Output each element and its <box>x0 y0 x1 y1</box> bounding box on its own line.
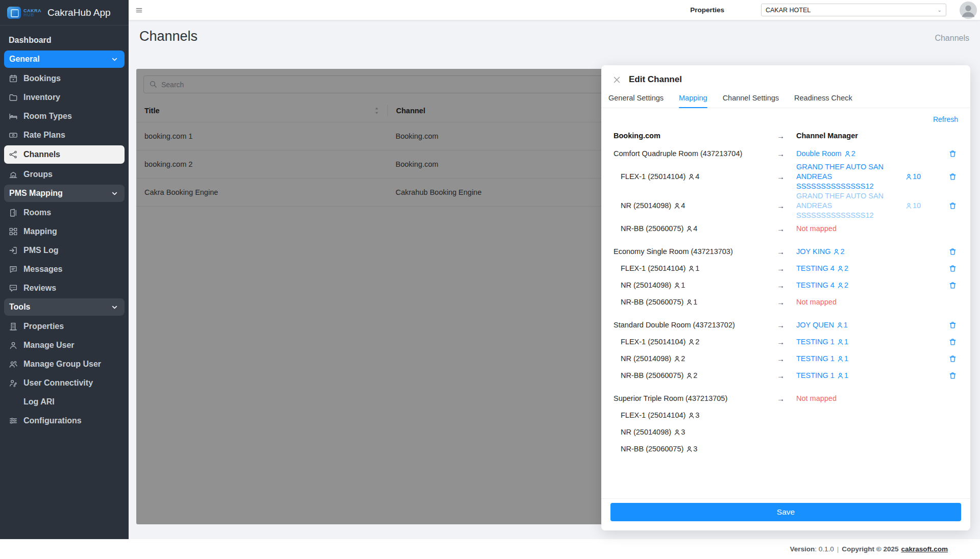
sidebar-item-manage-group-user[interactable]: Manage Group User <box>0 354 129 373</box>
trash-icon[interactable] <box>948 281 957 290</box>
mapping-grid-icon <box>9 227 18 236</box>
mapping-row: Superior Triple Room (437213705) → Not m… <box>614 390 958 407</box>
cakrasoft-link[interactable]: cakrasoft.com <box>901 545 948 553</box>
person-icon <box>837 355 844 362</box>
sidebar-item-rooms[interactable]: Rooms <box>0 203 129 222</box>
column-header-channel[interactable]: Channel <box>396 107 425 115</box>
sidebar-item-properties[interactable]: Properties <box>0 317 129 336</box>
person-icon <box>688 339 695 345</box>
mapped-room-link[interactable]: JOY QUEN <box>796 320 834 330</box>
property-select[interactable]: CAKAR HOTEL ⌄ <box>761 4 946 16</box>
cell-title: Cakra Booking Engine <box>136 188 387 196</box>
mapped-rate-link[interactable]: GRAND THEF AUTO SAN ANDREAS SSSSSSSSSSSS… <box>796 191 905 220</box>
sidebar-item-configurations[interactable]: Configurations <box>0 411 129 430</box>
sidebar-item-messages[interactable]: Messages <box>0 260 129 278</box>
user-avatar[interactable] <box>960 2 977 19</box>
page-title: Channels <box>139 29 198 44</box>
sort-icon[interactable] <box>373 106 380 115</box>
person-icon <box>686 446 693 452</box>
mapped-rate-link[interactable]: TESTING 4 <box>796 281 835 290</box>
search-icon <box>149 80 157 88</box>
mapped-rate-link[interactable]: TESTING 1 <box>796 371 835 380</box>
sidebar-item-room-types[interactable]: Room Types <box>0 107 129 125</box>
mapped-room-link[interactable]: JOY KING <box>796 247 830 257</box>
mapping-row: FLEX-1 (25014104)1 → TESTING 42 <box>614 260 958 277</box>
drawer-title: Edit Channel <box>629 74 682 85</box>
save-button[interactable]: Save <box>610 503 961 521</box>
topbar-right: Properties CAKAR HOTEL ⌄ <box>690 2 980 19</box>
mapped-rate-link[interactable]: TESTING 1 <box>796 337 835 347</box>
logo-wordmark: CAKRA HUB <box>23 9 41 17</box>
trash-icon[interactable] <box>948 149 957 158</box>
hamburger-menu-button[interactable] <box>129 0 149 20</box>
person-icon <box>686 372 693 379</box>
sidebar-section-general[interactable]: General <box>4 50 125 68</box>
refresh-link[interactable]: Refresh <box>614 115 958 123</box>
properties-label: Properties <box>690 6 724 14</box>
chevron-down-icon <box>111 56 118 63</box>
not-mapped-label: Not mapped <box>796 224 837 234</box>
breadcrumb: Channels <box>935 34 969 43</box>
tab-general-settings[interactable]: General Settings <box>608 94 664 108</box>
trash-icon[interactable] <box>948 338 957 346</box>
calendar-icon <box>9 74 18 83</box>
mapped-rate-link[interactable]: GRAND THEF AUTO SAN ANDREAS SSSSSSSSSSSS… <box>796 162 905 191</box>
trash-icon[interactable] <box>948 172 957 181</box>
tab-channel-settings[interactable]: Channel Settings <box>723 94 779 108</box>
person-icon <box>674 355 680 362</box>
not-mapped-label: Not mapped <box>796 394 837 403</box>
sidebar-item-inventory[interactable]: Inventory <box>0 88 129 107</box>
sidebar-item-groups[interactable]: Groups <box>0 165 129 184</box>
log-export-icon <box>9 246 18 255</box>
trash-icon[interactable] <box>948 247 957 256</box>
mapped-rate-link[interactable]: TESTING 4 <box>796 264 835 273</box>
mapped-room-link[interactable]: Double Room <box>796 149 842 159</box>
person-icon <box>688 412 695 419</box>
trash-icon[interactable] <box>948 201 957 210</box>
sidebar-item-mapping[interactable]: Mapping <box>0 222 129 241</box>
mapping-row: Economy Single Room (437213703) → JOY KI… <box>614 243 958 260</box>
sidebar-item-manage-user[interactable]: Manage User <box>0 336 129 354</box>
sidebar-header: CAKRA HUB CakraHub App <box>0 0 129 26</box>
sidebar-item-user-connectivity[interactable]: User Connectivity <box>0 373 129 392</box>
trash-icon[interactable] <box>948 321 957 329</box>
topbar: Properties CAKAR HOTEL ⌄ <box>129 0 980 20</box>
person-icon <box>837 265 844 272</box>
close-icon[interactable] <box>612 75 621 84</box>
building-icon <box>9 322 18 331</box>
sidebar-item-dashboard[interactable]: Dashboard <box>0 31 129 49</box>
drawer-tabs: General Settings Mapping Channel Setting… <box>601 88 970 108</box>
cell-title: booking.com 2 <box>136 160 387 168</box>
logo-text-bottom: HUB <box>23 13 41 17</box>
app-title: CakraHub App <box>47 7 111 18</box>
sidebar-item-pms-log[interactable]: PMS Log <box>0 241 129 260</box>
sidebar-item-channels[interactable]: Channels <box>4 145 125 164</box>
trash-icon[interactable] <box>948 354 957 363</box>
mapping-rows: Comfort Quadruple Room (437213704) → Dou… <box>614 145 958 458</box>
sidebar-item-bookings[interactable]: Bookings <box>0 69 129 88</box>
trash-icon[interactable] <box>948 371 957 380</box>
mapping-row: NR-BB (25060075)1 → Not mapped <box>614 294 958 311</box>
trash-icon[interactable] <box>948 264 957 273</box>
sidebar-item-reviews[interactable]: Reviews <box>0 278 129 297</box>
person-icon <box>837 339 844 345</box>
mapping-tab-panel: Refresh Booking.com → Channel Manager Co… <box>601 108 970 458</box>
version-label: Version <box>790 545 815 553</box>
tab-readiness-check[interactable]: Readiness Check <box>794 94 852 108</box>
mapped-rate-link[interactable]: TESTING 1 <box>796 354 835 364</box>
sidebar-section-tools[interactable]: Tools <box>4 298 125 316</box>
bed-icon <box>9 112 18 121</box>
chat-icon <box>9 265 18 274</box>
mapping-column-headers: Booking.com → Channel Manager <box>614 132 958 140</box>
column-header-title[interactable]: Title <box>144 107 160 115</box>
sidebar-section-pms-mapping[interactable]: PMS Mapping <box>4 185 125 202</box>
sidebar-item-log-ari[interactable]: Log ARI <box>0 392 129 411</box>
chevron-down-icon <box>111 190 118 197</box>
tab-mapping[interactable]: Mapping <box>679 94 707 108</box>
person-icon <box>686 225 693 232</box>
person-icon <box>905 173 912 180</box>
sidebar-item-rate-plans[interactable]: Rate Plans <box>0 125 129 144</box>
person-icon <box>833 248 840 255</box>
person-icon <box>905 202 912 209</box>
mapping-row: NR-BB (25060075)2 → TESTING 11 <box>614 367 958 384</box>
